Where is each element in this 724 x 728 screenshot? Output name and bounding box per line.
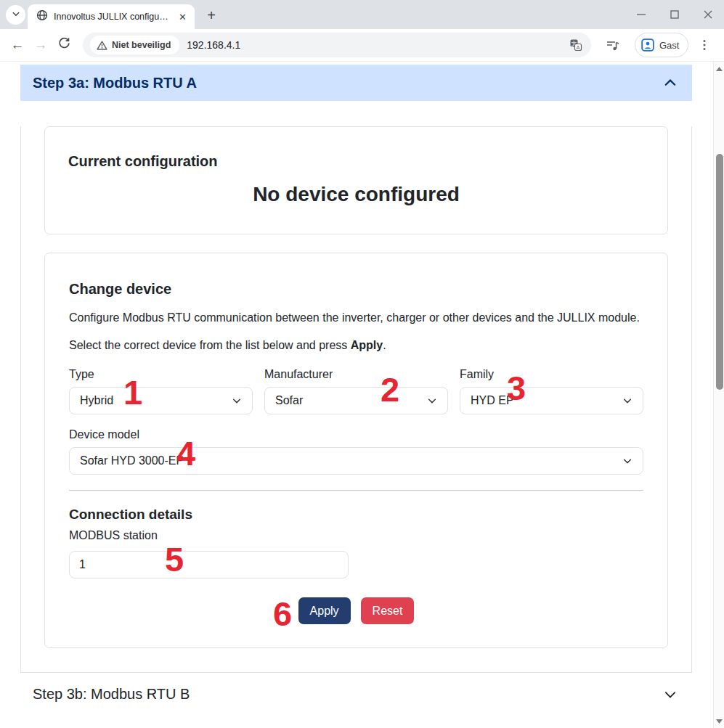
modbus-station-input[interactable] xyxy=(69,551,349,578)
profile-label: Gast xyxy=(659,40,679,51)
manufacturer-label: Manufacturer xyxy=(264,368,448,381)
change-device-description: Configure Modbus RTU communication betwe… xyxy=(69,311,643,325)
change-device-instruction: Select the correct device from the list … xyxy=(69,338,643,353)
family-select[interactable]: HYD EP xyxy=(460,387,643,414)
device-model-select-value: Sofar HYD 3000-EP xyxy=(80,454,184,467)
browser-titlebar: Innovoltus JULLIX configuration ✕ + xyxy=(0,0,724,29)
media-controls-icon[interactable] xyxy=(601,33,625,57)
security-chip-label: Niet beveiligd xyxy=(112,40,171,50)
warning-triangle-icon xyxy=(97,40,107,51)
step3a-title: Step 3a: Modbus RTU A xyxy=(33,75,197,91)
device-model-block: Device model Sofar HYD 3000-EP xyxy=(69,428,643,475)
change-device-heading: Change device xyxy=(69,281,643,298)
page-content: Step 3a: Modbus RTU A Current configurat… xyxy=(0,62,713,728)
tab-search-button[interactable] xyxy=(6,5,25,25)
current-configuration-heading: Current configuration xyxy=(68,153,644,170)
scroll-down-icon[interactable] xyxy=(714,716,724,727)
chevron-down-icon xyxy=(427,396,437,406)
no-device-status: No device configured xyxy=(68,183,644,206)
forward-button[interactable]: → xyxy=(29,33,52,57)
back-button[interactable]: ← xyxy=(6,33,29,57)
address-bar[interactable]: Niet beveiligd 192.168.4.1 文 A xyxy=(83,33,591,57)
browser-tab[interactable]: Innovoltus JULLIX configuration ✕ xyxy=(28,4,195,29)
apply-button[interactable]: Apply xyxy=(298,597,351,624)
tab-close-icon[interactable]: ✕ xyxy=(176,11,189,23)
chevron-down-icon xyxy=(664,688,677,701)
accordion-header-step3b[interactable]: Step 3b: Modbus RTU B xyxy=(20,672,692,716)
step3b-title: Step 3b: Modbus RTU B xyxy=(33,686,190,703)
connection-details-heading: Connection details xyxy=(69,507,643,523)
chevron-down-icon xyxy=(12,8,20,21)
maximize-button[interactable] xyxy=(664,4,685,25)
new-tab-button[interactable]: + xyxy=(202,6,221,25)
type-label: Type xyxy=(69,368,253,381)
avatar-icon xyxy=(641,38,654,52)
device-model-select[interactable]: Sofar HYD 3000-EP xyxy=(69,447,643,475)
device-model-label: Device model xyxy=(69,428,643,441)
reload-button[interactable] xyxy=(52,33,76,57)
annotation-1: 1 xyxy=(123,375,142,409)
chevron-down-icon xyxy=(232,396,242,406)
chevron-down-icon xyxy=(622,456,633,466)
reset-button[interactable]: Reset xyxy=(361,597,415,624)
config-accordion: Step 3a: Modbus RTU A Current configurat… xyxy=(20,65,692,716)
annotation-5: 5 xyxy=(165,542,184,576)
annotation-6: 6 xyxy=(273,597,292,631)
modbus-station-label: MODBUS station xyxy=(69,529,643,542)
chevron-up-icon xyxy=(664,76,677,89)
step3a-body: Current configuration No device configur… xyxy=(20,126,692,672)
svg-text:A: A xyxy=(576,44,579,51)
profile-button[interactable]: Gast xyxy=(635,33,688,57)
device-select-row: Type Hybrid Manufacturer Sofar xyxy=(69,368,643,414)
close-window-button[interactable] xyxy=(698,4,718,25)
manufacturer-select-value: Sofar xyxy=(275,394,303,407)
scrollbar-thumb[interactable] xyxy=(716,154,723,390)
window-controls xyxy=(631,0,718,29)
section-divider xyxy=(69,490,643,491)
annotation-4: 4 xyxy=(176,436,195,470)
security-chip[interactable]: Niet beveiligd xyxy=(90,36,179,54)
chevron-down-icon xyxy=(622,396,633,406)
change-device-card: Change device Configure Modbus RTU commu… xyxy=(44,253,668,648)
translate-icon[interactable]: 文 A xyxy=(566,36,585,54)
scroll-up-icon[interactable] xyxy=(714,63,724,74)
type-select-value: Hybrid xyxy=(80,394,113,407)
minimize-button[interactable] xyxy=(631,4,651,25)
page-scrollbar[interactable] xyxy=(713,62,724,728)
globe-favicon-icon xyxy=(36,9,48,24)
family-label: Family xyxy=(460,368,643,381)
annotation-2: 2 xyxy=(381,372,399,406)
accordion-header-step3a[interactable]: Step 3a: Modbus RTU A xyxy=(20,65,692,101)
tab-title: Innovoltus JULLIX configuration xyxy=(54,12,171,22)
type-select[interactable]: Hybrid xyxy=(69,387,253,414)
form-buttons: Apply Reset xyxy=(69,597,643,624)
annotation-3: 3 xyxy=(507,371,526,405)
manufacturer-select[interactable]: Sofar xyxy=(264,387,448,414)
reload-icon xyxy=(58,37,70,53)
browser-toolbar: ← → Niet beveiligd 192.168.4.1 文 xyxy=(0,29,724,62)
url-text[interactable]: 192.168.4.1 xyxy=(187,39,566,51)
browser-menu-icon[interactable] xyxy=(694,35,715,55)
current-configuration-card: Current configuration No device configur… xyxy=(44,126,668,234)
